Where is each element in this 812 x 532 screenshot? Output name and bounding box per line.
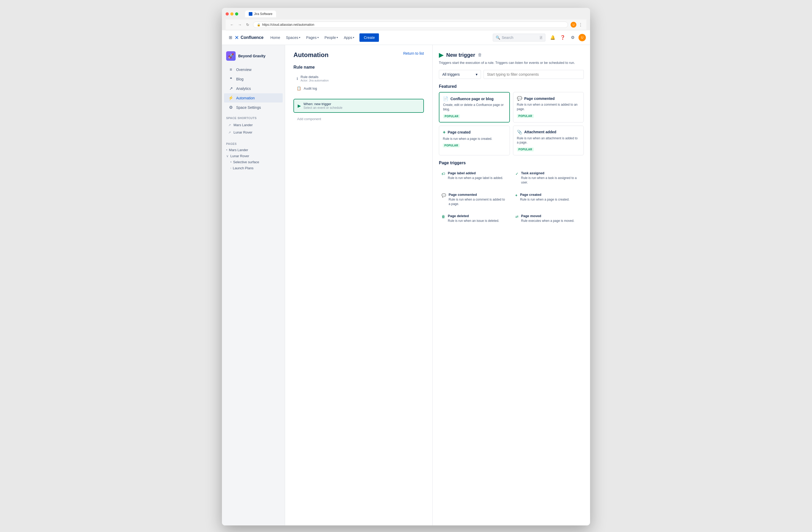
audit-log-item[interactable]: 📋 Audit log	[293, 84, 424, 92]
card-desc-3: Rule is run when a page is created.	[443, 137, 506, 141]
page-title: Automation	[293, 51, 329, 59]
sidebar-item-label: Blog	[236, 77, 244, 81]
browser-tab[interactable]: Jira Software	[245, 11, 276, 17]
settings-button[interactable]: ⚙	[568, 33, 577, 42]
page-selective-surface[interactable]: • Selective surface	[222, 159, 285, 165]
minimize-button[interactable]	[230, 12, 233, 15]
nav-spaces[interactable]: Spaces ▾	[283, 33, 303, 42]
search-box[interactable]: 🔍 Search /	[493, 34, 545, 42]
sidebar-item-analytics[interactable]: ↗ Analytics	[224, 84, 283, 93]
card-name: Confluence page or blog	[450, 97, 494, 101]
trigger-name: Page label added	[448, 171, 503, 175]
trigger-page-deleted[interactable]: 🗑 Page deleted Rule is run when an issue…	[439, 211, 510, 226]
apps-chevron: ▾	[353, 36, 354, 39]
workflow-trigger-sublabel: Select an event or schedule	[303, 106, 342, 109]
address-bar[interactable]: 🔒 https://cloud.atlassian.net/automation	[253, 21, 568, 28]
trigger-page-label[interactable]: 🏷 Page label added Rule is run when a pa…	[439, 168, 510, 188]
refresh-button[interactable]: ↻	[245, 22, 250, 27]
card-header-2: 💬 Page commented	[517, 96, 580, 101]
search-icon: 🔍	[496, 35, 500, 40]
page-triggers-grid: 🏷 Page label added Rule is run when a pa…	[439, 168, 584, 226]
page-label: Selective surface	[233, 160, 259, 164]
page-lunar-rover[interactable]: ∨ Lunar Rover	[222, 153, 285, 159]
featured-section: Featured 📄 Confluence page or blog Creat…	[439, 84, 584, 156]
popular-badge: POPULAR	[443, 114, 460, 118]
space-header: 🚀 Beyond Gravity	[222, 49, 285, 65]
sidebar: 🚀 Beyond Gravity ≡ Overview ❝ Blog ↗	[222, 45, 285, 526]
close-button[interactable]	[226, 12, 229, 15]
trigger-desc-5: Rule is run when an issue is deleted.	[448, 219, 499, 223]
page-label: Lunar Rover	[230, 154, 249, 158]
help-button[interactable]: ❓	[559, 33, 567, 42]
page-launch-plans[interactable]: › Launch Plans	[222, 165, 285, 171]
card-name-4: Attachment added	[524, 130, 556, 134]
plus-icon: +	[443, 130, 446, 135]
attachment-icon: 📎	[517, 130, 522, 135]
trigger-task-assigned[interactable]: ✓ Task assigned Rule is run when a task …	[513, 168, 584, 188]
maximize-button[interactable]	[235, 12, 238, 15]
back-button[interactable]: ←	[229, 22, 234, 27]
trash-icon: 🗑	[441, 215, 445, 219]
forward-button[interactable]: →	[237, 22, 243, 27]
sidebar-item-overview[interactable]: ≡ Overview	[224, 65, 283, 74]
external-link-icon-2: ↗	[228, 131, 231, 134]
overview-icon: ≡	[228, 67, 233, 72]
shortcuts-section-title: Space Shortcuts	[222, 112, 285, 121]
create-button[interactable]: Create	[360, 33, 379, 42]
nav-apps[interactable]: Apps ▾	[341, 33, 357, 42]
page-label: Launch Plans	[233, 166, 253, 170]
browser-menu-button[interactable]: ⋮	[579, 23, 583, 27]
trigger-card-confluence-page[interactable]: 📄 Confluence page or blog Create, edit o…	[439, 92, 510, 122]
shortcut-mars-lander[interactable]: ↗ Mars Lander	[224, 121, 283, 129]
trigger-page-commented-list[interactable]: 💬 Page commented Rule is run when a comm…	[439, 190, 510, 209]
label-icon: 🏷	[441, 172, 445, 176]
automation-icon: ⚡	[228, 95, 233, 100]
nav-home[interactable]: Home	[268, 33, 283, 42]
trigger-play-icon: ▶	[298, 103, 301, 108]
page-icon: 📄	[443, 96, 448, 101]
trigger-card-page-created[interactable]: + Page created Rule is run when a page i…	[439, 125, 510, 156]
pages-section-title: Pages	[222, 138, 285, 147]
content-area: Automation Return to list Rule name ℹ Ru…	[285, 45, 432, 526]
filter-components-input[interactable]	[483, 70, 584, 79]
trigger-card-attachment[interactable]: 📎 Attachment added Rule is run when an a…	[513, 125, 584, 156]
confluence-name: Confluence	[241, 35, 263, 40]
trigger-page-moved[interactable]: ⇄ Page moved Rule executes when a page i…	[513, 211, 584, 226]
card-header-4: 📎 Attachment added	[517, 130, 580, 135]
card-desc-2: Rule is run when a comment is added to a…	[517, 103, 580, 112]
user-avatar[interactable]: U	[579, 34, 586, 41]
spaces-chevron: ▾	[299, 36, 300, 39]
browser-profile-avatar[interactable]: U	[570, 22, 576, 28]
nav-items: Home Spaces ▾ Pages ▾ People ▾ Apps ▾	[268, 33, 379, 42]
notification-button[interactable]: 🔔	[549, 33, 557, 42]
confluence-logo[interactable]: ✕ Confluence	[234, 34, 263, 41]
featured-trigger-grid: 📄 Confluence page or blog Create, edit o…	[439, 92, 584, 156]
return-to-list-link[interactable]: Return to list	[403, 51, 424, 56]
delete-trigger-button[interactable]: 🗑	[478, 53, 482, 57]
nav-people[interactable]: People ▾	[322, 33, 341, 42]
nav-pages[interactable]: Pages ▾	[303, 33, 321, 42]
shortcut-label: Mars Lander	[233, 123, 253, 127]
sidebar-item-blog[interactable]: ❝ Blog	[224, 74, 283, 84]
trigger-name-4: Page created	[520, 193, 569, 197]
popular-badge-4: POPULAR	[517, 147, 534, 151]
grid-menu-button[interactable]: ⊞	[226, 33, 234, 42]
card-name-3: Page created	[448, 130, 471, 134]
workflow-section: ▶ When: new trigger Select an event or s…	[293, 99, 424, 123]
move-icon: ⇄	[516, 215, 519, 219]
shortcut-lunar-rover[interactable]: ↗ Lunar Rover	[224, 129, 283, 136]
search-placeholder: Search	[502, 35, 538, 40]
trigger-filter-dropdown[interactable]: All triggers ▾	[439, 70, 481, 79]
trigger-card-page-commented[interactable]: 💬 Page commented Rule is run when a comm…	[513, 92, 584, 122]
rule-actor: Actor: Jira automation	[301, 79, 329, 82]
workflow-trigger-item[interactable]: ▶ When: new trigger Select an event or s…	[293, 99, 424, 113]
add-component-button[interactable]: Add component	[293, 115, 424, 123]
trigger-page-created-list[interactable]: + Page created Rule is run when a page i…	[513, 190, 584, 209]
page-mars-lander[interactable]: • Mars Lander	[222, 147, 285, 153]
rule-details-item[interactable]: ℹ Rule details Actor: Jira automation	[293, 73, 424, 84]
sidebar-item-automation[interactable]: ⚡ Automation	[224, 93, 283, 103]
sidebar-item-space-settings[interactable]: ⚙ Space Settings	[224, 103, 283, 112]
nav-icon-group: 🔔 ❓ ⚙ U	[549, 33, 586, 42]
trigger-panel: ▶ New trigger 🗑 Triggers start the execu…	[432, 45, 590, 526]
url-text: https://cloud.atlassian.net/automation	[262, 23, 314, 27]
